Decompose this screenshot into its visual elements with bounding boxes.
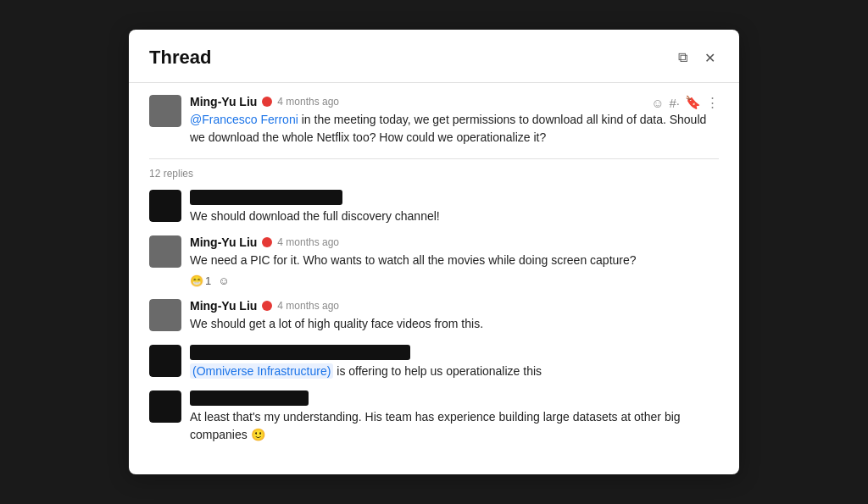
close-button[interactable]: ✕: [701, 48, 719, 68]
main-message-body: Ming-Yu Liu 4 months ago @Francesco Ferr…: [190, 95, 719, 147]
modal-header-actions: ⧉ ✕: [675, 48, 719, 68]
reply3-avatar: [149, 299, 181, 331]
reply2-avatar: [149, 235, 181, 268]
reply3-text: We should get a lot of high quality face…: [190, 315, 719, 333]
reply5-avatar: [149, 390, 181, 423]
main-message-text: @Francesco Ferroni in the meeting today,…: [190, 111, 719, 147]
reply2-timestamp: 4 months ago: [277, 236, 339, 248]
replies-count: 12 replies: [149, 158, 719, 180]
laugh-emoji: 😁: [190, 274, 203, 287]
reply1-author-redacted: [190, 190, 342, 205]
message-actions: ☺ #· 🔖 ⋮: [651, 95, 719, 110]
reply3-author-name: Ming-Yu Liu: [190, 299, 257, 313]
reaction-laugh[interactable]: 😁 1: [190, 274, 211, 287]
mention-link[interactable]: @Francesco Ferroni: [190, 113, 298, 126]
reaction-count: 1: [205, 274, 211, 287]
reply2-text: We need a PIC for it. Who wants to watch…: [190, 252, 719, 269]
reply2-reactions: 😁 1 ☺: [190, 274, 719, 287]
reply1-meta: [190, 190, 719, 205]
reply4-text-content: is offering to help us operationalize th…: [337, 364, 542, 378]
reply5-body: At least that's my understanding. His te…: [190, 390, 719, 444]
reply2-meta: Ming-Yu Liu 4 months ago: [190, 235, 719, 249]
reply-4: (Omniverse Infrastructure) is offering t…: [149, 345, 719, 380]
bookmark-action-icon[interactable]: 🔖: [685, 95, 701, 110]
copy-button[interactable]: ⧉: [675, 48, 691, 67]
reply3-body: Ming-Yu Liu 4 months ago We should get a…: [190, 299, 719, 333]
reply3-status-dot: [262, 301, 272, 311]
reply-3: Ming-Yu Liu 4 months ago We should get a…: [149, 299, 719, 333]
reply3-timestamp: 4 months ago: [277, 300, 339, 312]
modal-title: Thread: [149, 47, 211, 69]
reaction-smile[interactable]: ☺: [218, 274, 229, 287]
hash-action-icon[interactable]: #·: [669, 96, 680, 110]
reply1-body: We should download the full discovery ch…: [190, 190, 719, 225]
more-action-icon[interactable]: ⋮: [706, 95, 719, 110]
modal-header: Thread ⧉ ✕: [149, 47, 719, 69]
reply5-text: At least that's my understanding. His te…: [190, 408, 719, 444]
reply3-meta: Ming-Yu Liu 4 months ago: [190, 299, 719, 313]
reply2-body: Ming-Yu Liu 4 months ago We need a PIC f…: [190, 235, 719, 287]
reply5-author-redacted: [190, 390, 309, 406]
reply4-avatar: [149, 345, 181, 377]
reply1-avatar: [149, 190, 181, 222]
reply5-meta: [190, 390, 719, 406]
reply4-body: (Omniverse Infrastructure) is offering t…: [190, 345, 719, 380]
reply4-meta: [190, 345, 719, 360]
status-dot: [262, 97, 272, 107]
reply4-text: (Omniverse Infrastructure) is offering t…: [190, 363, 719, 380]
reply2-status-dot: [262, 237, 272, 247]
thread-content: Ming-Yu Liu 4 months ago @Francesco Ferr…: [149, 83, 719, 444]
thread-modal: Thread ⧉ ✕ Ming-Yu Liu 4 months ago @Fra…: [129, 30, 739, 474]
main-message: Ming-Yu Liu 4 months ago @Francesco Ferr…: [149, 95, 719, 147]
reply2-author-name: Ming-Yu Liu: [190, 235, 257, 249]
main-timestamp: 4 months ago: [277, 96, 339, 108]
reply1-text: We should download the full discovery ch…: [190, 208, 719, 225]
reply-5: At least that's my understanding. His te…: [149, 390, 719, 444]
reply4-author-redacted: [190, 345, 410, 360]
main-author-avatar: [149, 95, 181, 127]
omniverse-link[interactable]: (Omniverse Infrastructure): [190, 363, 333, 379]
reply-2: Ming-Yu Liu 4 months ago We need a PIC f…: [149, 235, 719, 287]
main-author-name: Ming-Yu Liu: [190, 95, 257, 108]
smile-emoji: ☺: [218, 274, 229, 287]
emoji-action-icon[interactable]: ☺: [651, 96, 664, 110]
reply-1: We should download the full discovery ch…: [149, 190, 719, 225]
main-message-meta: Ming-Yu Liu 4 months ago: [190, 95, 719, 108]
